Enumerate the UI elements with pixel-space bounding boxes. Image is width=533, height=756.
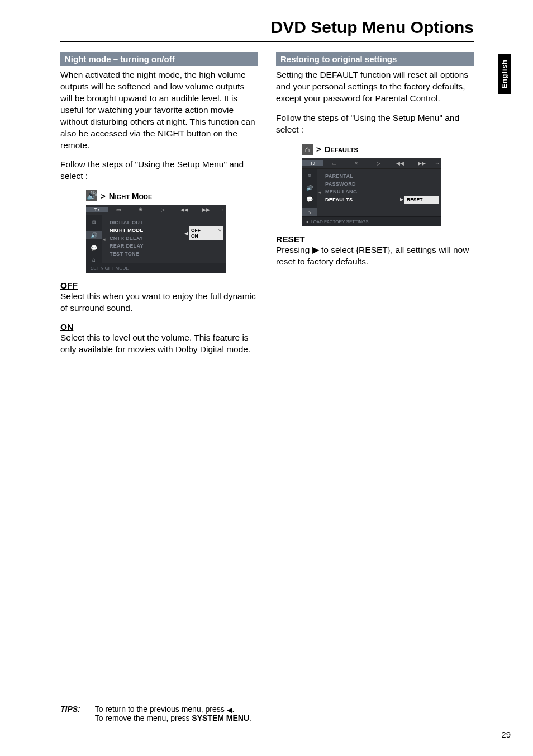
osd-menu-item[interactable]: CNTR DELAY	[110, 234, 184, 242]
sidebar-icon[interactable]: ⧈	[92, 219, 96, 225]
subheading-reset: RESET	[276, 234, 474, 244]
osd-menu-item[interactable]: MENU LANG	[325, 188, 400, 196]
breadcrumb-sep: >	[101, 191, 106, 201]
left-caret-icon: ◂	[306, 219, 308, 224]
osd-menu-item[interactable]: TEST TONE	[110, 250, 184, 258]
breadcrumb-sep: >	[316, 144, 321, 154]
left-caret-icon: ◀	[184, 231, 188, 236]
subheading-off: OFF	[60, 281, 258, 291]
paragraph: Setting the DEFAULT function will reset …	[276, 69, 474, 105]
sidebar-icon[interactable]: 💬	[306, 196, 313, 202]
osd-menu-item[interactable]: DIGITAL OUT	[110, 219, 184, 226]
osd-tab[interactable]: ▷	[368, 160, 389, 166]
paragraph: Pressing ▶ to select {RESET}, all settin…	[276, 244, 474, 268]
osd-menu-item[interactable]: REAR DELAY	[110, 242, 184, 250]
osd-tab[interactable]: ✳	[345, 160, 367, 166]
osd-option-label: OFF	[191, 228, 201, 233]
section-header-night-mode: Night mode – turning on/off	[60, 52, 258, 66]
sidebar-icon[interactable]: ⌂	[92, 257, 96, 263]
language-tab: English	[498, 54, 511, 94]
more-icon: →	[433, 160, 441, 166]
osd-sidebar: ⧈ 🔊 💬 ⌂	[86, 215, 102, 263]
sidebar-icon[interactable]: 🔊	[86, 231, 102, 239]
osd-tab[interactable]: ▶▶	[196, 207, 217, 212]
osd-breadcrumb: ⌂ > Defaults	[302, 144, 474, 155]
setup-icon: ⌂	[302, 144, 313, 155]
page-number: 29	[501, 730, 511, 739]
osd-tab[interactable]: ✳	[130, 207, 151, 212]
osd-tab[interactable]: ◀◀	[389, 160, 411, 166]
osd-tab[interactable]: ▶▶	[411, 160, 433, 166]
osd-panel-defaults: T♪ ▭ ✳ ▷ ◀◀ ▶▶ → ⧈ 🔊 💬 ⌂ ◂	[302, 158, 441, 226]
osd-caret: ◂	[102, 215, 106, 263]
tips-footer: TIPS: To return to the previous menu, pr…	[60, 700, 474, 722]
sidebar-icon[interactable]: ⌂	[302, 208, 317, 216]
tips-text: .	[232, 705, 235, 714]
tips-body: To return to the previous menu, press ◀.…	[95, 705, 251, 722]
osd-tab[interactable]: ▭	[323, 160, 345, 166]
tips-text: .	[249, 714, 251, 722]
right-caret-icon: ▶	[400, 197, 403, 202]
paragraph: Select this when you want to enjoy the f…	[60, 291, 258, 314]
osd-option[interactable]: RESET	[404, 196, 439, 204]
osd-option-label: ON	[191, 233, 221, 239]
tips-label: TIPS:	[60, 705, 80, 722]
subheading-on: ON	[60, 322, 258, 332]
osd-tab[interactable]: ◀◀	[174, 207, 196, 212]
osd-menu: DIGITAL OUT NIGHT MODE CNTR DELAY REAR D…	[106, 215, 184, 263]
paragraph: Select this to level out the volume. Thi…	[60, 332, 258, 356]
osd-tabbar: T♪ ▭ ✳ ▷ ◀◀ ▶▶ →	[302, 158, 441, 168]
osd-tabbar: T♪ ▭ ✳ ▷ ◀◀ ▶▶ →	[86, 205, 226, 215]
speaker-icon: 🔊	[86, 190, 97, 201]
left-column: Night mode – turning on/off When activat…	[60, 52, 258, 363]
tips-text: To return to the previous menu, press	[95, 705, 227, 714]
osd-menu-item[interactable]: NIGHT MODE	[110, 226, 184, 234]
osd-sidebar: ⧈ 🔊 💬 ⌂	[302, 169, 317, 216]
tips-key: SYSTEM MENU	[192, 714, 249, 722]
osd-panel-night-mode: T♪ ▭ ✳ ▷ ◀◀ ▶▶ → ⧈ 🔊 💬 ⌂ ◂	[86, 205, 226, 273]
osd-breadcrumb: 🔊 > Night Mode	[86, 190, 258, 201]
paragraph: When activated the night mode, the high …	[60, 69, 258, 151]
osd-tab[interactable]: T♪	[86, 207, 108, 212]
osd-option-label: RESET	[407, 197, 422, 202]
osd-menu-item[interactable]: PASSWORD	[325, 180, 400, 188]
osd-hint: SET NIGHT MODE	[86, 263, 226, 273]
osd-caret: ◂	[317, 169, 322, 216]
tips-text: To remove the menu, press	[95, 714, 192, 722]
section-header-restoring: Restoring to original settings	[276, 52, 474, 66]
paragraph: Follow the steps of "Using the Setup Men…	[276, 112, 474, 136]
sidebar-icon[interactable]: ⧈	[308, 172, 311, 179]
osd-value-box: ▶ RESET	[400, 169, 441, 216]
osd-option[interactable]: OFF ▽ ON	[189, 226, 223, 240]
osd-menu-item[interactable]: DEFAULTS	[325, 196, 400, 204]
more-icon: →	[217, 207, 226, 212]
down-caret-icon: ▽	[218, 228, 221, 233]
sidebar-icon[interactable]: 💬	[91, 245, 97, 251]
breadcrumb-label: Night Mode	[109, 191, 153, 201]
osd-hint: ◂LOAD FACTORY SETTINGS	[302, 216, 441, 226]
right-column: Restoring to original settings Setting t…	[276, 52, 474, 363]
osd-tab[interactable]: ▭	[108, 207, 130, 212]
left-arrow-icon: ◀	[227, 706, 232, 714]
sidebar-icon[interactable]: 🔊	[306, 185, 313, 191]
osd-tab[interactable]: ▷	[152, 207, 174, 212]
osd-menu: PARENTAL PASSWORD MENU LANG DEFAULTS	[322, 169, 400, 216]
page-title: DVD Setup Menu Options	[60, 18, 474, 42]
breadcrumb-label: Defaults	[325, 144, 358, 154]
page-body: DVD Setup Menu Options Night mode – turn…	[60, 18, 474, 363]
paragraph: Follow the steps of "Using the Setup Men…	[60, 159, 258, 182]
osd-hint-text: LOAD FACTORY SETTINGS	[311, 219, 369, 224]
osd-tab[interactable]: T♪	[302, 160, 323, 166]
osd-value-box: ◀ OFF ▽ ON	[184, 215, 226, 263]
osd-menu-item[interactable]: PARENTAL	[325, 172, 400, 180]
